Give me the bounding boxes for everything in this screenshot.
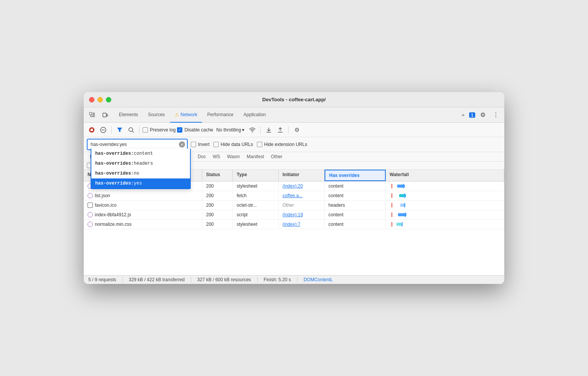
type-wasm[interactable]: Wasm	[224, 153, 243, 160]
ico-file-icon	[88, 203, 93, 208]
search-clear-button[interactable]: ✕	[179, 141, 185, 147]
cell-status-5: 200	[202, 220, 233, 229]
table-empty-space	[84, 229, 504, 275]
cell-waterfall-1	[386, 182, 504, 191]
svg-rect-1	[103, 113, 106, 117]
import-har-icon[interactable]	[264, 125, 274, 135]
hide-data-urls-option[interactable]: Hide data URLs	[213, 142, 253, 147]
type-ws[interactable]: WS	[210, 153, 223, 160]
filter-icon[interactable]	[115, 125, 125, 135]
stop-recording-icon[interactable]	[87, 125, 97, 135]
cell-has-overrides-3: headers	[325, 201, 386, 210]
filter-search-input[interactable]	[88, 139, 187, 149]
window-title: DevTools - coffee-cart.app/	[262, 97, 326, 102]
more-tabs-button[interactable]: »	[460, 110, 467, 119]
cell-status-3: 200	[202, 201, 233, 210]
cell-initiator-2: coffee.a...	[279, 191, 325, 200]
autocomplete-item-no[interactable]: has-overrides:no	[91, 169, 190, 178]
devtools-body: Elements Sources ⚠ Network Performance A…	[84, 107, 504, 284]
invert-option[interactable]: Invert	[191, 142, 210, 147]
tab-sources[interactable]: Sources	[143, 107, 169, 123]
autocomplete-item-headers[interactable]: has-overrides:headers	[91, 159, 190, 169]
title-bar: DevTools - coffee-cart.app/	[84, 92, 504, 107]
more-options-icon[interactable]: ⋮	[491, 110, 501, 120]
status-bar: 5 / 9 requests 329 kB / 422 kB transferr…	[84, 275, 504, 284]
throttle-select[interactable]: No throttling ▾	[215, 126, 246, 133]
table-row[interactable]: favicon.ico 200 octet-str... Other heade…	[84, 201, 504, 210]
tab-application[interactable]: Application	[239, 107, 271, 123]
autocomplete-dropdown: has-overrides:content has-overrides:head…	[91, 149, 191, 189]
export-har-icon[interactable]	[275, 125, 285, 135]
svg-rect-0	[89, 112, 92, 115]
inspect-element-icon[interactable]	[87, 110, 97, 120]
type-manifest[interactable]: Manifest	[244, 153, 267, 160]
preserve-log-checkbox[interactable]	[143, 127, 148, 133]
header-type[interactable]: Type	[233, 170, 279, 181]
cell-initiator-3: Other	[279, 201, 325, 210]
svg-point-8	[129, 128, 133, 131]
search-icon[interactable]	[126, 125, 136, 135]
cell-name-3: favicon.ico	[84, 201, 202, 210]
tab-elements[interactable]: Elements	[114, 107, 143, 123]
status-resources: 327 kB / 600 kB resources	[197, 277, 251, 282]
status-requests: 5 / 9 requests	[88, 277, 116, 282]
preserve-log-label[interactable]: Preserve log	[143, 127, 175, 133]
cell-has-overrides-1: content	[325, 182, 386, 191]
minimize-button[interactable]	[97, 97, 103, 102]
cell-has-overrides-4: content	[325, 210, 386, 219]
close-button[interactable]	[89, 97, 94, 102]
cell-type-2: fetch	[233, 191, 279, 200]
invert-checkbox[interactable]	[191, 142, 196, 147]
toolbar-divider-2	[139, 126, 140, 134]
cell-name-4: index-8bfa4912.js	[84, 210, 202, 219]
header-initiator[interactable]: Initiator	[279, 170, 325, 181]
device-toolbar-icon[interactable]	[100, 110, 110, 120]
status-dom-content[interactable]: DOMContentL	[304, 277, 333, 282]
settings-gear-icon[interactable]: ⚙	[478, 110, 488, 120]
tab-network[interactable]: ⚠ Network	[170, 107, 202, 123]
disable-cache-checkbox[interactable]: ✓	[177, 127, 182, 133]
table-row[interactable]: list.json 200 fetch coffee.a... content	[84, 191, 504, 201]
svg-rect-4	[91, 129, 93, 131]
disable-cache-label[interactable]: ✓ Disable cache	[177, 127, 213, 133]
json-file-icon	[88, 193, 93, 198]
table-row[interactable]: normalize.min.css 200 stylesheet (index)…	[84, 220, 504, 229]
console-badge[interactable]: 1	[469, 112, 475, 118]
network-settings-icon[interactable]: ⚙	[292, 125, 302, 135]
type-doc[interactable]: Doc	[195, 153, 209, 160]
svg-line-9	[132, 131, 134, 133]
hide-extension-urls-checkbox[interactable]	[257, 142, 262, 147]
css-file-icon-2	[88, 222, 93, 227]
table-row[interactable]: index-8bfa4912.js 200 script (index):19 …	[84, 210, 504, 220]
header-has-overrides[interactable]: Has overrides	[325, 170, 386, 181]
clear-log-icon[interactable]	[98, 125, 108, 135]
status-finish: Finish: 5.20 s	[264, 277, 291, 282]
autocomplete-item-content[interactable]: has-overrides:content	[91, 149, 190, 159]
cell-type-5: stylesheet	[233, 220, 279, 229]
autocomplete-item-yes[interactable]: has-overrides:yes	[91, 178, 190, 188]
cell-waterfall-5	[386, 220, 504, 229]
maximize-button[interactable]	[106, 97, 111, 102]
tab-bar: Elements Sources ⚠ Network Performance A…	[84, 107, 504, 123]
header-waterfall[interactable]: Waterfall	[386, 170, 504, 181]
status-divider-4	[297, 277, 297, 282]
svg-rect-2	[107, 114, 108, 116]
cell-status-1: 200	[202, 182, 233, 191]
status-divider-2	[191, 277, 191, 282]
network-warning-icon: ⚠	[175, 112, 179, 117]
type-other[interactable]: Other	[268, 153, 286, 160]
cell-waterfall-4	[386, 210, 504, 219]
cell-type-1: stylesheet	[233, 182, 279, 191]
status-divider-1	[122, 277, 123, 282]
wifi-icon[interactable]	[247, 125, 257, 135]
tab-performance[interactable]: Performance	[203, 107, 238, 123]
status-transferred: 329 kB / 422 kB transferred	[129, 277, 185, 282]
cell-initiator-1: (index):20	[279, 182, 325, 191]
cell-type-3: octet-str...	[233, 201, 279, 210]
hide-data-urls-checkbox[interactable]	[213, 142, 219, 147]
header-status[interactable]: Status	[202, 170, 233, 181]
filter-options: Invert Hide data URLs Hide extension URL…	[191, 142, 307, 147]
hide-extension-urls-option[interactable]: Hide extension URLs	[257, 142, 307, 147]
svg-point-10	[252, 131, 253, 132]
filter-bar: ✕ has-overrides:content has-overrides:he…	[84, 137, 504, 152]
